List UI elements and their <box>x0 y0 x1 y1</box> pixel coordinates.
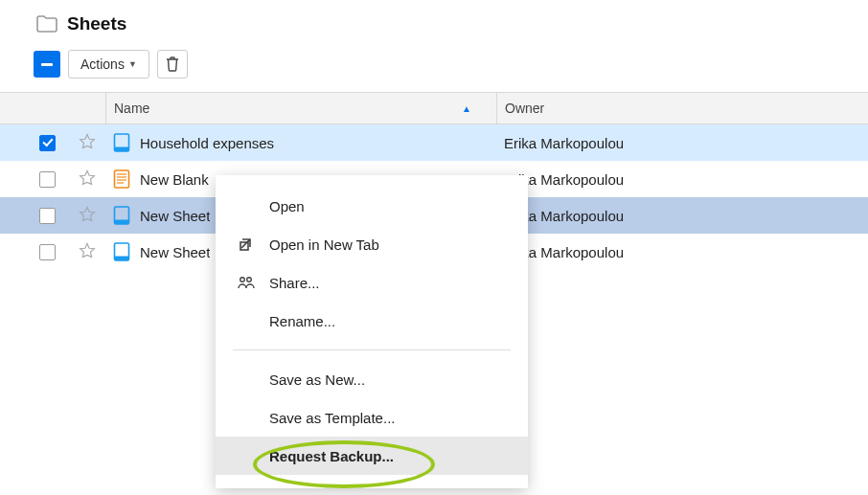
folder-icon <box>36 15 57 33</box>
menu-label: Request Backup... <box>269 448 394 464</box>
col-name-header[interactable]: Name ▲ <box>105 93 496 124</box>
svg-rect-1 <box>115 147 129 152</box>
row-checkbox[interactable] <box>39 244 56 260</box>
menu-label: Open <box>269 198 305 214</box>
star-icon[interactable] <box>79 206 96 226</box>
svg-point-12 <box>240 278 245 282</box>
actions-label: Actions <box>80 56 125 72</box>
svg-rect-8 <box>115 220 129 225</box>
menu-item-save-as-template[interactable]: Save as Template... <box>216 398 528 437</box>
row-name: New Sheet <box>140 244 210 260</box>
col-owner-label: Owner <box>505 101 544 116</box>
row-name: Household expenses <box>140 135 274 151</box>
menu-label: Share... <box>269 275 320 291</box>
delete-button[interactable] <box>157 50 188 79</box>
table-row[interactable]: Household expenses Erika Markopoulou <box>0 124 868 161</box>
trash-icon <box>166 56 179 72</box>
svg-point-13 <box>247 278 252 282</box>
menu-label: Save as New... <box>269 371 365 388</box>
star-icon[interactable] <box>79 133 96 153</box>
menu-item-share[interactable]: Share... <box>216 263 528 302</box>
actions-button[interactable]: Actions ▼ <box>68 50 149 79</box>
sheet-icon <box>113 206 130 225</box>
row-checkbox[interactable] <box>39 135 56 151</box>
sheet-icon <box>113 169 130 189</box>
col-check-header <box>0 93 69 124</box>
select-all-toggle[interactable] <box>34 51 60 78</box>
sheet-icon <box>113 242 130 261</box>
col-star-header <box>69 93 105 124</box>
menu-item-open[interactable]: Open <box>216 187 528 225</box>
menu-item-save-as-new[interactable]: Save as New... <box>216 360 528 398</box>
minus-icon <box>41 63 53 66</box>
col-name-label: Name <box>114 101 149 116</box>
menu-separator <box>233 349 511 350</box>
svg-rect-2 <box>115 170 129 188</box>
menu-label: Open in New Tab <box>269 236 379 253</box>
star-icon[interactable] <box>79 169 96 190</box>
context-menu: Open Open in New Tab Share... Rename... … <box>216 175 528 488</box>
row-checkbox[interactable] <box>39 171 56 188</box>
sort-asc-icon: ▲ <box>462 103 471 114</box>
menu-item-rename[interactable]: Rename... <box>216 302 528 340</box>
menu-item-request-backup[interactable]: Request Backup... <box>216 437 528 475</box>
row-name: New Sheet <box>140 208 210 224</box>
menu-label: Save as Template... <box>269 410 395 426</box>
menu-item-open-new-tab[interactable]: Open in New Tab <box>216 225 528 263</box>
share-icon <box>237 276 256 289</box>
page-title: Sheets <box>67 13 126 34</box>
row-checkbox[interactable] <box>39 208 56 224</box>
page-header: Sheets <box>0 0 868 40</box>
open-new-tab-icon <box>237 236 256 252</box>
sheet-icon <box>113 133 130 152</box>
row-owner: Erika Markopoulou <box>504 135 624 151</box>
svg-rect-10 <box>115 257 129 261</box>
star-icon[interactable] <box>79 242 96 262</box>
caret-down-icon: ▼ <box>128 59 137 69</box>
table-header: Name ▲ Owner <box>0 92 868 124</box>
menu-label: Rename... <box>269 313 335 329</box>
col-owner-header[interactable]: Owner <box>496 93 868 124</box>
row-name: New Blank <box>140 171 209 188</box>
toolbar: Actions ▼ <box>0 40 868 92</box>
